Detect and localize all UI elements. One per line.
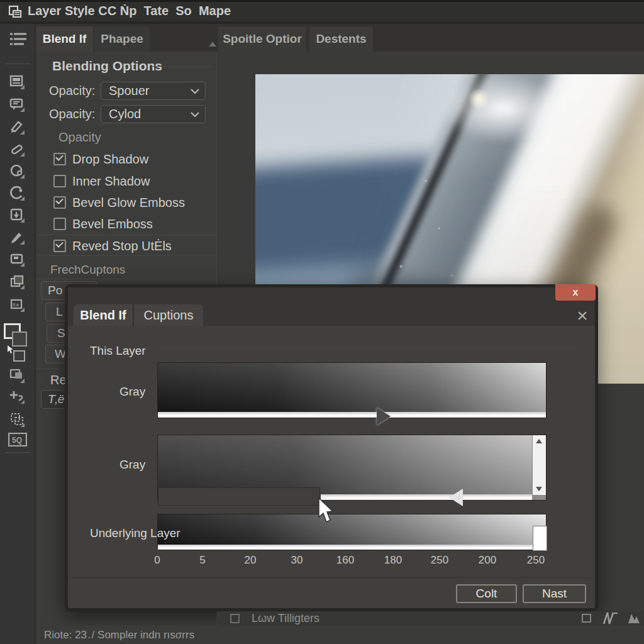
svg-text:Ea: Ea: [13, 302, 19, 308]
svg-text:5Q: 5Q: [12, 436, 22, 445]
